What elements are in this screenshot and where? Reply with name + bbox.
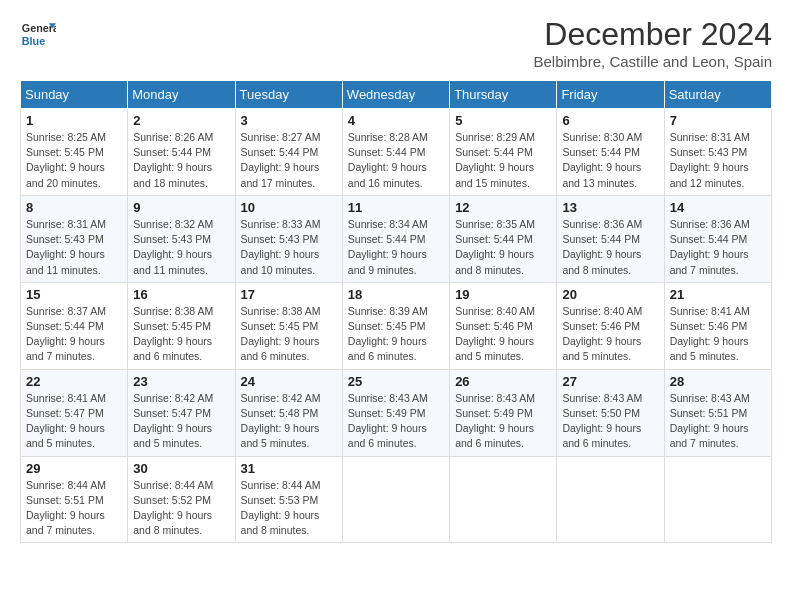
calendar-header-monday: Monday xyxy=(128,81,235,109)
sunset-text: Sunset: 5:49 PM xyxy=(455,407,533,419)
day-number: 16 xyxy=(133,287,229,302)
sunset-text: Sunset: 5:47 PM xyxy=(133,407,211,419)
sunrise-text: Sunrise: 8:44 AM xyxy=(26,479,106,491)
day-info: Sunrise: 8:34 AM Sunset: 5:44 PM Dayligh… xyxy=(348,217,444,278)
day-number: 24 xyxy=(241,374,337,389)
daylight-text: Daylight: 9 hours and 8 minutes. xyxy=(562,248,641,275)
sunrise-text: Sunrise: 8:44 AM xyxy=(241,479,321,491)
sunset-text: Sunset: 5:45 PM xyxy=(26,146,104,158)
calendar-cell: 7 Sunrise: 8:31 AM Sunset: 5:43 PM Dayli… xyxy=(664,109,771,196)
sunrise-text: Sunrise: 8:44 AM xyxy=(133,479,213,491)
sunrise-text: Sunrise: 8:36 AM xyxy=(670,218,750,230)
calendar-cell: 6 Sunrise: 8:30 AM Sunset: 5:44 PM Dayli… xyxy=(557,109,664,196)
calendar-cell: 1 Sunrise: 8:25 AM Sunset: 5:45 PM Dayli… xyxy=(21,109,128,196)
sunset-text: Sunset: 5:44 PM xyxy=(348,233,426,245)
day-number: 30 xyxy=(133,461,229,476)
sunset-text: Sunset: 5:45 PM xyxy=(348,320,426,332)
day-info: Sunrise: 8:30 AM Sunset: 5:44 PM Dayligh… xyxy=(562,130,658,191)
day-info: Sunrise: 8:44 AM Sunset: 5:51 PM Dayligh… xyxy=(26,478,122,539)
sunrise-text: Sunrise: 8:38 AM xyxy=(241,305,321,317)
sunrise-text: Sunrise: 8:39 AM xyxy=(348,305,428,317)
sunset-text: Sunset: 5:44 PM xyxy=(455,233,533,245)
sunrise-text: Sunrise: 8:31 AM xyxy=(26,218,106,230)
day-info: Sunrise: 8:43 AM Sunset: 5:49 PM Dayligh… xyxy=(348,391,444,452)
calendar-header-saturday: Saturday xyxy=(664,81,771,109)
calendar-cell: 27 Sunrise: 8:43 AM Sunset: 5:50 PM Dayl… xyxy=(557,369,664,456)
sunrise-text: Sunrise: 8:41 AM xyxy=(26,392,106,404)
calendar-cell: 14 Sunrise: 8:36 AM Sunset: 5:44 PM Dayl… xyxy=(664,195,771,282)
sunset-text: Sunset: 5:50 PM xyxy=(562,407,640,419)
sunset-text: Sunset: 5:46 PM xyxy=(670,320,748,332)
daylight-text: Daylight: 9 hours and 6 minutes. xyxy=(133,335,212,362)
sunset-text: Sunset: 5:44 PM xyxy=(562,146,640,158)
daylight-text: Daylight: 9 hours and 5 minutes. xyxy=(670,335,749,362)
sunset-text: Sunset: 5:44 PM xyxy=(455,146,533,158)
day-number: 7 xyxy=(670,113,766,128)
calendar-cell: 22 Sunrise: 8:41 AM Sunset: 5:47 PM Dayl… xyxy=(21,369,128,456)
day-info: Sunrise: 8:39 AM Sunset: 5:45 PM Dayligh… xyxy=(348,304,444,365)
day-info: Sunrise: 8:43 AM Sunset: 5:51 PM Dayligh… xyxy=(670,391,766,452)
calendar-week-1: 1 Sunrise: 8:25 AM Sunset: 5:45 PM Dayli… xyxy=(21,109,772,196)
calendar-cell: 18 Sunrise: 8:39 AM Sunset: 5:45 PM Dayl… xyxy=(342,282,449,369)
daylight-text: Daylight: 9 hours and 12 minutes. xyxy=(670,161,749,188)
calendar-table: SundayMondayTuesdayWednesdayThursdayFrid… xyxy=(20,80,772,543)
daylight-text: Daylight: 9 hours and 6 minutes. xyxy=(241,335,320,362)
calendar-cell: 25 Sunrise: 8:43 AM Sunset: 5:49 PM Dayl… xyxy=(342,369,449,456)
svg-text:Blue: Blue xyxy=(22,35,45,47)
day-info: Sunrise: 8:33 AM Sunset: 5:43 PM Dayligh… xyxy=(241,217,337,278)
sunset-text: Sunset: 5:43 PM xyxy=(133,233,211,245)
sunrise-text: Sunrise: 8:38 AM xyxy=(133,305,213,317)
logo-icon: General Blue xyxy=(20,16,56,52)
calendar-cell: 17 Sunrise: 8:38 AM Sunset: 5:45 PM Dayl… xyxy=(235,282,342,369)
daylight-text: Daylight: 9 hours and 11 minutes. xyxy=(26,248,105,275)
sunset-text: Sunset: 5:51 PM xyxy=(26,494,104,506)
day-info: Sunrise: 8:42 AM Sunset: 5:47 PM Dayligh… xyxy=(133,391,229,452)
day-number: 3 xyxy=(241,113,337,128)
calendar-cell: 19 Sunrise: 8:40 AM Sunset: 5:46 PM Dayl… xyxy=(450,282,557,369)
sunset-text: Sunset: 5:51 PM xyxy=(670,407,748,419)
sunset-text: Sunset: 5:44 PM xyxy=(241,146,319,158)
sunrise-text: Sunrise: 8:37 AM xyxy=(26,305,106,317)
day-number: 5 xyxy=(455,113,551,128)
sunset-text: Sunset: 5:43 PM xyxy=(670,146,748,158)
sunrise-text: Sunrise: 8:25 AM xyxy=(26,131,106,143)
day-info: Sunrise: 8:38 AM Sunset: 5:45 PM Dayligh… xyxy=(241,304,337,365)
calendar-cell: 5 Sunrise: 8:29 AM Sunset: 5:44 PM Dayli… xyxy=(450,109,557,196)
day-number: 31 xyxy=(241,461,337,476)
sunrise-text: Sunrise: 8:43 AM xyxy=(348,392,428,404)
day-info: Sunrise: 8:32 AM Sunset: 5:43 PM Dayligh… xyxy=(133,217,229,278)
day-number: 14 xyxy=(670,200,766,215)
sunrise-text: Sunrise: 8:33 AM xyxy=(241,218,321,230)
sunrise-text: Sunrise: 8:28 AM xyxy=(348,131,428,143)
calendar-cell: 2 Sunrise: 8:26 AM Sunset: 5:44 PM Dayli… xyxy=(128,109,235,196)
sunrise-text: Sunrise: 8:35 AM xyxy=(455,218,535,230)
day-number: 17 xyxy=(241,287,337,302)
location-title: Belbimbre, Castille and Leon, Spain xyxy=(534,53,772,70)
calendar-cell: 28 Sunrise: 8:43 AM Sunset: 5:51 PM Dayl… xyxy=(664,369,771,456)
daylight-text: Daylight: 9 hours and 5 minutes. xyxy=(241,422,320,449)
calendar-week-5: 29 Sunrise: 8:44 AM Sunset: 5:51 PM Dayl… xyxy=(21,456,772,543)
daylight-text: Daylight: 9 hours and 6 minutes. xyxy=(562,422,641,449)
day-number: 19 xyxy=(455,287,551,302)
sunrise-text: Sunrise: 8:36 AM xyxy=(562,218,642,230)
day-number: 9 xyxy=(133,200,229,215)
day-number: 26 xyxy=(455,374,551,389)
day-number: 20 xyxy=(562,287,658,302)
daylight-text: Daylight: 9 hours and 7 minutes. xyxy=(670,422,749,449)
logo: General Blue xyxy=(20,16,56,52)
daylight-text: Daylight: 9 hours and 5 minutes. xyxy=(562,335,641,362)
day-info: Sunrise: 8:38 AM Sunset: 5:45 PM Dayligh… xyxy=(133,304,229,365)
calendar-cell: 15 Sunrise: 8:37 AM Sunset: 5:44 PM Dayl… xyxy=(21,282,128,369)
calendar-cell: 13 Sunrise: 8:36 AM Sunset: 5:44 PM Dayl… xyxy=(557,195,664,282)
day-info: Sunrise: 8:26 AM Sunset: 5:44 PM Dayligh… xyxy=(133,130,229,191)
day-info: Sunrise: 8:43 AM Sunset: 5:49 PM Dayligh… xyxy=(455,391,551,452)
sunset-text: Sunset: 5:48 PM xyxy=(241,407,319,419)
calendar-header-thursday: Thursday xyxy=(450,81,557,109)
day-info: Sunrise: 8:29 AM Sunset: 5:44 PM Dayligh… xyxy=(455,130,551,191)
sunrise-text: Sunrise: 8:43 AM xyxy=(455,392,535,404)
sunset-text: Sunset: 5:44 PM xyxy=(133,146,211,158)
sunset-text: Sunset: 5:44 PM xyxy=(26,320,104,332)
calendar-cell: 26 Sunrise: 8:43 AM Sunset: 5:49 PM Dayl… xyxy=(450,369,557,456)
calendar-cell: 16 Sunrise: 8:38 AM Sunset: 5:45 PM Dayl… xyxy=(128,282,235,369)
daylight-text: Daylight: 9 hours and 8 minutes. xyxy=(133,509,212,536)
